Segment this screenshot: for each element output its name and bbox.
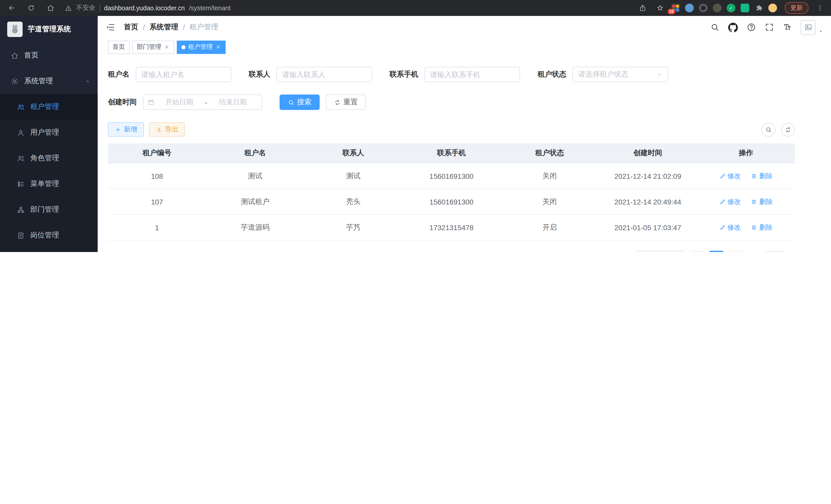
goto-page: 前往 页 xyxy=(748,251,795,252)
extension-icon-8[interactable] xyxy=(768,4,777,12)
sidebar: 芋道管理系统 首页 系统管理 租户管理 用户管理 角色管理 xyxy=(0,16,98,252)
help-icon[interactable] xyxy=(747,23,756,32)
cell-status: 关闭 xyxy=(500,163,599,189)
close-icon[interactable] xyxy=(215,44,221,50)
col-contact: 联系人 xyxy=(304,143,402,163)
sidebar-item-system[interactable]: 系统管理 xyxy=(0,68,98,94)
app-logo[interactable]: 芋道管理系统 xyxy=(0,16,98,42)
toolbar-right xyxy=(762,122,795,137)
cell-actions: 修改 删除 xyxy=(697,214,795,240)
edit-link[interactable]: 修改 xyxy=(719,223,741,232)
extension-icon-3[interactable] xyxy=(699,4,708,12)
breadcrumb-separator: / xyxy=(143,23,145,31)
user-avatar[interactable] xyxy=(801,20,823,35)
share-button[interactable] xyxy=(636,2,649,14)
sidebar-item-dict[interactable]: 字典管理 xyxy=(0,248,98,252)
export-button[interactable]: 导出 xyxy=(149,122,185,137)
reset-button[interactable]: 重置 xyxy=(326,94,366,110)
extension-icon-1[interactable]: 10 xyxy=(671,4,680,12)
github-icon[interactable] xyxy=(728,22,738,32)
search-button[interactable]: 搜索 xyxy=(280,94,320,110)
kebab-menu-icon xyxy=(816,4,824,12)
extension-icon-5[interactable] xyxy=(727,4,736,12)
star-icon xyxy=(656,4,664,12)
tenant-status-select[interactable]: 请选择租户状态 xyxy=(573,67,668,82)
delete-link[interactable]: 删除 xyxy=(751,223,773,232)
breadcrumb-item-system[interactable]: 系统管理 xyxy=(149,23,178,32)
breadcrumb-item-home[interactable]: 首页 xyxy=(124,23,138,32)
reload-button[interactable] xyxy=(25,2,37,14)
cell-phone: 15601691300 xyxy=(402,189,500,214)
sidebar-item-tenant[interactable]: 租户管理 xyxy=(0,94,98,120)
fullscreen-icon[interactable] xyxy=(765,23,774,32)
close-icon[interactable] xyxy=(164,44,170,50)
home-icon xyxy=(47,4,54,12)
cell-tenant-name: 测试 xyxy=(206,163,304,189)
trash-icon xyxy=(751,173,757,179)
tab-home[interactable]: 首页 xyxy=(108,40,130,54)
date-end-placeholder: 结束日期 xyxy=(208,98,257,107)
delete-link[interactable]: 删除 xyxy=(751,171,773,181)
next-page-button[interactable] xyxy=(729,251,743,252)
page-size-select[interactable]: 10条/页 xyxy=(636,251,685,252)
toggle-search-button[interactable] xyxy=(762,122,775,137)
tab-dept[interactable]: 部门管理 xyxy=(132,40,174,54)
goto-page-input[interactable] xyxy=(765,251,785,252)
sidebar-item-role[interactable]: 角色管理 xyxy=(0,145,98,171)
user-icon xyxy=(17,129,25,137)
sidebar-item-label: 菜单管理 xyxy=(30,179,59,188)
delete-link[interactable]: 删除 xyxy=(751,197,773,206)
contact-input[interactable] xyxy=(277,67,372,82)
prev-page-button[interactable] xyxy=(690,251,704,252)
sidebar-item-label: 岗位管理 xyxy=(30,231,59,240)
address-bar[interactable]: 不安全 dashboard.yudao.iocoder.cn/system/te… xyxy=(65,4,631,12)
refresh-icon xyxy=(785,126,792,133)
tab-tenant[interactable]: 租户管理 xyxy=(177,40,226,54)
url-divider xyxy=(99,4,100,11)
refresh-table-button[interactable] xyxy=(781,122,795,137)
url-host: dashboard.yudao.iocoder.cn xyxy=(104,4,185,11)
back-icon xyxy=(7,4,15,12)
sidebar-item-label: 首页 xyxy=(24,51,38,60)
tenant-name-input[interactable] xyxy=(136,67,231,82)
table-toolbar: 新增 导出 xyxy=(108,122,795,137)
cell-actions: 修改 删除 xyxy=(697,189,795,214)
browser-update-button[interactable]: 更新 xyxy=(785,2,808,14)
cell-phone: 17321315478 xyxy=(402,214,500,240)
edit-link[interactable]: 修改 xyxy=(719,197,741,206)
font-size-icon[interactable] xyxy=(783,23,792,32)
extension-icon-6[interactable] xyxy=(741,4,749,12)
extensions-puzzle-icon[interactable] xyxy=(754,4,763,12)
create-time-range-picker[interactable]: 开始日期 - 结束日期 xyxy=(143,94,262,110)
search-icon[interactable] xyxy=(710,23,719,32)
col-tenant-name: 租户名 xyxy=(206,143,304,163)
sidebar-item-post[interactable]: 岗位管理 xyxy=(0,223,98,248)
tenant-users-icon xyxy=(17,103,25,111)
refresh-icon xyxy=(334,99,341,106)
cell-created: 2021-01-05 17:03:47 xyxy=(599,214,697,240)
add-button[interactable]: 新增 xyxy=(108,122,144,137)
share-icon xyxy=(638,4,646,12)
trash-icon xyxy=(751,224,757,230)
sidebar-toggle-icon[interactable] xyxy=(105,22,116,32)
screen: 不安全 dashboard.yudao.iocoder.cn/system/te… xyxy=(0,0,831,252)
sidebar-item-home[interactable]: 首页 xyxy=(0,42,98,68)
back-button[interactable] xyxy=(5,2,18,14)
chevron-up-icon xyxy=(85,78,90,84)
extension-icon-2[interactable] xyxy=(685,4,694,12)
filter-row-1: 租户名 联系人 联系手机 租户状态 请选择租户状态 xyxy=(108,67,821,82)
active-dot xyxy=(181,45,185,49)
edit-link[interactable]: 修改 xyxy=(719,171,741,181)
extension-icon-4[interactable] xyxy=(713,4,721,12)
browser-menu-button[interactable] xyxy=(813,2,826,14)
sidebar-item-menu[interactable]: 菜单管理 xyxy=(0,171,98,197)
sidebar-menu: 首页 系统管理 租户管理 用户管理 角色管理 菜单管理 xyxy=(0,42,98,252)
edit-icon xyxy=(719,199,725,205)
bookmark-button[interactable] xyxy=(654,2,666,14)
cell-tenant-id: 1 xyxy=(108,214,206,240)
page-1-button[interactable]: 1 xyxy=(709,251,724,252)
home-button[interactable] xyxy=(44,2,57,14)
sidebar-item-dept[interactable]: 部门管理 xyxy=(0,197,98,223)
sidebar-item-user[interactable]: 用户管理 xyxy=(0,120,98,145)
phone-input[interactable] xyxy=(425,67,520,82)
